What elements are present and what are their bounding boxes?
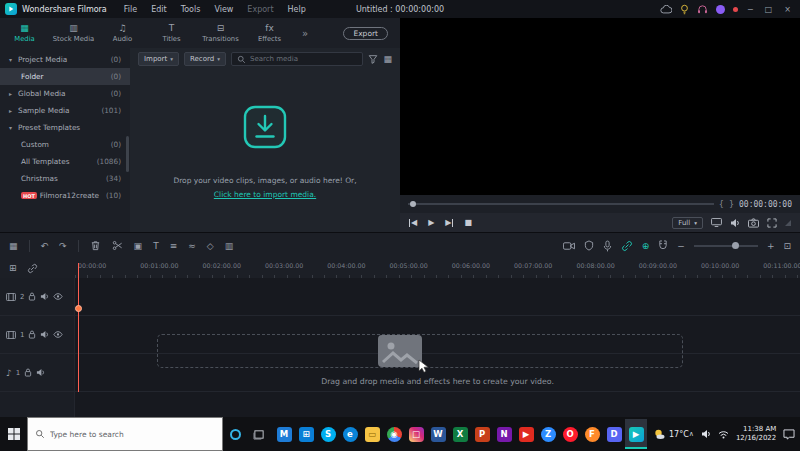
marker-icon[interactable] (584, 240, 594, 251)
cloud-icon[interactable] (660, 5, 672, 14)
sidebar-item-project-media[interactable]: ▾ Project Media (0) (0, 51, 130, 68)
import-media-link[interactable]: Click here to import media. (214, 190, 316, 199)
sidebar-item-christmas[interactable]: Christmas (34) (0, 170, 130, 187)
headset-icon[interactable] (697, 4, 708, 14)
tab-media[interactable]: ▦ Media (0, 23, 49, 43)
caret-right-icon[interactable]: ▸ (9, 90, 18, 97)
account-avatar[interactable] (716, 5, 725, 14)
tray-chevron-icon[interactable]: ∧ (689, 430, 694, 438)
close-button[interactable]: × (782, 5, 793, 14)
mute-icon[interactable] (40, 292, 49, 301)
link-clips-icon[interactable] (621, 240, 633, 252)
sidebar-item-sample-media[interactable]: ▸ Sample Media (101) (0, 102, 130, 119)
mute-icon[interactable] (36, 368, 45, 377)
track-header-video-2[interactable]: 2 (0, 278, 75, 316)
record-button[interactable]: Record ▾ (184, 52, 226, 66)
seek-slider[interactable] (408, 203, 714, 205)
weather-widget[interactable]: 17°C (653, 428, 689, 440)
tray-wifi-icon[interactable] (718, 430, 729, 439)
next-frame-button[interactable]: ▶ (445, 219, 453, 227)
menu-file[interactable]: File (117, 5, 144, 14)
playhead-line[interactable] (78, 278, 79, 392)
stop-button[interactable]: ■ (464, 219, 472, 227)
taskbar-app-word[interactable]: W (427, 419, 449, 449)
mute-icon[interactable] (40, 330, 49, 339)
fit-timeline-icon[interactable]: ⊡ (783, 241, 791, 251)
action-center-icon[interactable] (783, 429, 795, 440)
display-device-icon[interactable] (711, 218, 722, 227)
sidebar-item-global-media[interactable]: ▸ Global Media (0) (0, 85, 130, 102)
taskbar-search-input[interactable] (50, 430, 215, 439)
tab-transitions[interactable]: ⊟ Transitions (196, 23, 245, 43)
lock-icon[interactable] (28, 292, 36, 301)
sidebar-item-preset-templates[interactable]: ▾ Preset Templates (0, 119, 130, 136)
taskbar-app-onenote[interactable]: N (493, 419, 515, 449)
lock-icon[interactable] (24, 368, 32, 377)
lock-icon[interactable] (28, 330, 36, 339)
media-drop-zone[interactable]: Drop your video clips, images, or audio … (130, 104, 400, 199)
taskbar-search-box[interactable] (27, 417, 223, 451)
cortana-icon[interactable] (223, 417, 247, 451)
keyframe-icon[interactable]: ◇ (207, 241, 214, 251)
track-link-icon[interactable] (27, 263, 38, 274)
task-view-icon[interactable] (247, 417, 271, 451)
start-button[interactable] (0, 417, 27, 451)
tab-effects[interactable]: fx Effects (245, 23, 294, 43)
zoom-out-icon[interactable]: − (677, 241, 685, 251)
mixer-icon[interactable]: ▥ (225, 241, 234, 251)
taskbar-app-edge[interactable]: e (339, 419, 361, 449)
bulb-icon[interactable] (680, 4, 689, 15)
menu-edit[interactable]: Edit (144, 5, 174, 14)
quality-dropdown[interactable]: Full ▾ (672, 217, 703, 229)
audio-wave-icon[interactable]: ≈ (188, 241, 196, 251)
tab-audio[interactable]: ♫ Audio (98, 23, 147, 43)
tray-volume-icon[interactable] (701, 429, 711, 439)
taskbar-app-mail[interactable]: M (273, 419, 295, 449)
taskbar-app-explorer[interactable]: ▭ (361, 419, 383, 449)
resize-grip[interactable] (785, 220, 791, 226)
menu-export[interactable]: Export (240, 5, 280, 14)
ruler-ticks[interactable]: 00:00:00 00:01:00.00 00:02:00.00 00:03:0… (75, 258, 800, 278)
delete-icon[interactable] (90, 240, 101, 251)
eye-icon[interactable] (53, 293, 63, 300)
import-button[interactable]: Import ▾ (138, 52, 179, 66)
sidebar-item-all-templates[interactable]: All Templates (1086) (0, 153, 130, 170)
fullscreen-icon[interactable] (767, 218, 777, 228)
sidebar-item-custom[interactable]: Custom (0) (0, 136, 130, 153)
taskbar-app-discord[interactable]: D (603, 419, 625, 449)
previous-frame-button[interactable]: ◀ (409, 219, 417, 227)
sidebar-scrollbar[interactable] (126, 136, 129, 172)
snapshot-icon[interactable] (748, 218, 759, 228)
export-button[interactable]: Export (343, 27, 388, 40)
sidebar-item-filmora12create[interactable]: HOT Filmora12create (10) (0, 187, 130, 204)
manage-tracks-icon[interactable]: ⊞ (9, 263, 17, 273)
split-scissors-icon[interactable] (112, 240, 123, 251)
auto-ripple-icon[interactable]: ⊕ (642, 241, 650, 251)
seek-knob[interactable] (410, 201, 416, 207)
crop-icon[interactable]: ▣ (134, 241, 143, 251)
track-header-audio-1[interactable]: ♪ 1 (0, 354, 75, 392)
playhead-knob[interactable] (75, 305, 82, 312)
tab-stock-media[interactable]: ▥ Stock Media (49, 23, 98, 43)
mark-in-icon[interactable]: { (719, 200, 724, 209)
taskbar-app-zoom[interactable]: Z (537, 419, 559, 449)
snap-magnet-icon[interactable] (658, 240, 668, 251)
track-header-video-1[interactable]: 1 (0, 316, 75, 354)
sidebar-item-folder[interactable]: Folder (0) (0, 68, 130, 85)
taskbar-app-opera[interactable]: O (559, 419, 581, 449)
track-lane[interactable] (75, 278, 800, 316)
timeline-body[interactable]: 2 1 (0, 278, 800, 417)
eye-icon[interactable] (53, 331, 63, 338)
taskbar-app-instagram[interactable]: □ (405, 419, 427, 449)
maximize-button[interactable]: □ (763, 5, 775, 14)
taskbar-app-powerpoint[interactable]: P (471, 419, 493, 449)
search-input[interactable] (250, 55, 358, 63)
tab-titles[interactable]: T Titles (147, 23, 196, 43)
grid-view-icon[interactable]: ▦ (383, 54, 392, 64)
media-browser-icon[interactable]: ▦ (9, 241, 18, 251)
menu-help[interactable]: Help (281, 5, 313, 14)
taskbar-app-youtube[interactable]: ▶ (515, 419, 537, 449)
menu-tools[interactable]: Tools (174, 5, 208, 14)
zoom-slider[interactable] (694, 245, 758, 247)
screen-record-icon[interactable] (563, 241, 575, 251)
